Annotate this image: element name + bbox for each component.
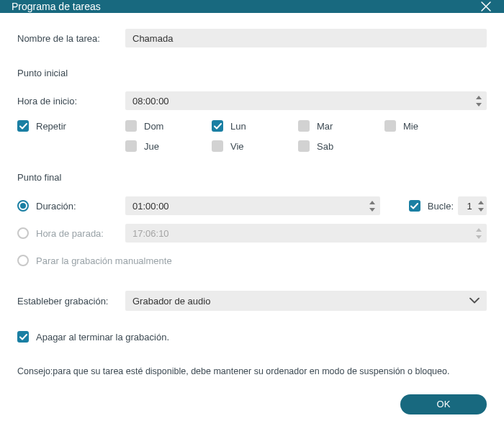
loop-checkbox[interactable] xyxy=(409,200,420,212)
duration-label: Duración: xyxy=(36,201,76,212)
stop-time-label: Hora de parada: xyxy=(36,228,104,239)
day-thu-checkbox-group[interactable]: Jue xyxy=(125,140,212,152)
stop-manual-radio[interactable] xyxy=(17,255,29,266)
loop-label: Bucle: xyxy=(428,201,454,212)
stop-manual-label: Parar la grabación manualmente xyxy=(36,255,172,266)
titlebar: Programa de tareas xyxy=(0,0,504,13)
day-mon-label: Lun xyxy=(230,121,246,132)
day-sat-checkbox-group[interactable]: Sab xyxy=(298,140,384,152)
day-mon-checkbox[interactable] xyxy=(212,120,223,132)
window-title: Programa de tareas xyxy=(12,1,101,12)
duration-up-icon[interactable] xyxy=(367,199,377,206)
task-scheduler-dialog: Programa de tareas Nombre de la tarea: P… xyxy=(0,0,504,426)
duration-input[interactable] xyxy=(125,196,380,215)
start-time-label: Hora de inicio: xyxy=(17,96,125,106)
close-icon[interactable] xyxy=(480,0,492,13)
repeat-checkbox[interactable] xyxy=(17,120,29,132)
stop-time-radio[interactable] xyxy=(17,227,29,239)
ok-button[interactable]: OK xyxy=(400,394,487,414)
day-sun-checkbox-group[interactable]: Dom xyxy=(125,120,212,132)
day-wed-label: Mie xyxy=(403,121,418,132)
loop-down-icon[interactable] xyxy=(477,206,485,213)
day-mon-checkbox-group[interactable]: Lun xyxy=(212,120,298,132)
shutdown-label: Apagar al terminar la grabación. xyxy=(36,332,169,343)
duration-down-icon[interactable] xyxy=(367,206,377,213)
day-thu-checkbox[interactable] xyxy=(125,140,137,152)
loop-checkbox-group[interactable]: Bucle: xyxy=(409,200,454,212)
day-fri-label: Vie xyxy=(230,141,244,152)
shutdown-checkbox-group[interactable]: Apagar al terminar la grabación. xyxy=(17,331,169,343)
task-name-label: Nombre de la tarea: xyxy=(17,33,125,44)
day-tue-label: Mar xyxy=(317,121,333,132)
day-wed-checkbox-group[interactable]: Mie xyxy=(384,120,471,132)
day-tue-checkbox[interactable] xyxy=(298,120,310,132)
stop-time-down-icon xyxy=(474,233,484,240)
dialog-footer: OK xyxy=(0,387,504,427)
task-name-input[interactable] xyxy=(125,29,487,47)
end-point-heading: Punto final xyxy=(17,172,487,183)
day-wed-checkbox[interactable] xyxy=(384,120,396,132)
day-sun-checkbox[interactable] xyxy=(125,120,137,132)
day-sun-label: Dom xyxy=(144,121,163,132)
set-recording-label: Estableber grabación: xyxy=(17,296,125,307)
day-sat-label: Sab xyxy=(317,141,333,152)
recording-mode-select[interactable]: Grabador de audio xyxy=(125,291,487,311)
start-time-input[interactable] xyxy=(125,91,487,110)
repeat-label: Repetir xyxy=(36,121,66,132)
start-time-up-icon[interactable] xyxy=(474,94,484,101)
loop-up-icon[interactable] xyxy=(477,199,485,206)
duration-radio[interactable] xyxy=(17,200,29,212)
day-sat-checkbox[interactable] xyxy=(298,140,310,152)
stop-time-up-icon xyxy=(474,226,484,233)
start-time-down-icon[interactable] xyxy=(474,101,484,108)
days-grid: DomLunMarMieJueVieSab xyxy=(125,120,471,152)
repeat-checkbox-group[interactable]: Repetir xyxy=(17,120,125,132)
tip-text: Consejo:para que su tarea esté disponibl… xyxy=(17,366,487,379)
day-thu-label: Jue xyxy=(144,141,159,152)
dialog-content: Nombre de la tarea: Punto inicial Hora d… xyxy=(0,13,504,387)
day-fri-checkbox[interactable] xyxy=(212,140,223,152)
start-point-heading: Punto inicial xyxy=(17,68,487,78)
day-tue-checkbox-group[interactable]: Mar xyxy=(298,120,384,132)
day-fri-checkbox-group[interactable]: Vie xyxy=(212,140,298,152)
shutdown-checkbox[interactable] xyxy=(17,331,29,343)
stop-time-input xyxy=(125,224,487,243)
